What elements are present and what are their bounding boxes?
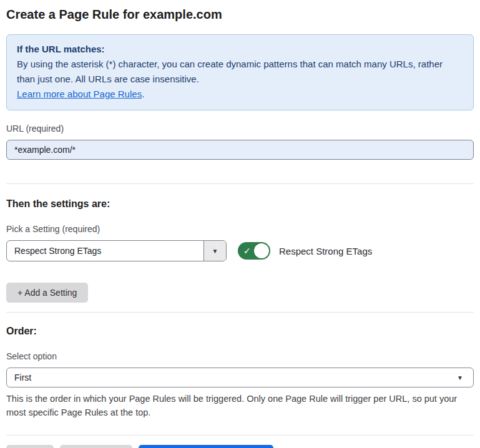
save-and-deploy-button[interactable]: Save and Deploy Page Rule [139, 445, 273, 448]
pick-setting-label: Pick a Setting (required) [6, 223, 474, 235]
chevron-down-icon: ▼ [212, 248, 218, 255]
url-match-info-box: If the URL matches: By using the asteris… [6, 34, 474, 110]
footer-divider [6, 435, 474, 436]
info-box-body: By using the asterisk (*) character, you… [17, 57, 463, 87]
order-help-text: This is the order in which your Page Rul… [6, 392, 474, 419]
order-select-label: Select option [6, 350, 474, 363]
check-icon: ✓ [243, 246, 251, 255]
setting-dropdown-value: Respect Strong ETags [7, 241, 203, 261]
page-title: Create a Page Rule for example.com [6, 6, 474, 23]
section-divider [6, 312, 474, 313]
toggle-knob [254, 243, 269, 258]
link-suffix: . [142, 89, 144, 99]
setting-toggle-group: ✓ Respect Strong ETags [238, 242, 372, 260]
setting-row: Respect Strong ETags ▼ ✓ Respect Strong … [6, 240, 474, 261]
info-box-link-line: Learn more about Page Rules. [17, 87, 463, 102]
cancel-button[interactable]: Cancel [6, 445, 54, 448]
url-field-label: URL (required) [6, 122, 474, 135]
info-box-heading: If the URL matches: [17, 42, 463, 57]
setting-dropdown[interactable]: Respect Strong ETags ▼ [6, 240, 227, 261]
footer-actions: Cancel Save as Draft Save and Deploy Pag… [6, 445, 474, 448]
respect-strong-etags-toggle[interactable]: ✓ [238, 242, 270, 260]
toggle-label: Respect Strong ETags [279, 246, 372, 256]
setting-dropdown-arrow-button[interactable]: ▼ [203, 241, 226, 261]
add-setting-button[interactable]: + Add a Setting [6, 283, 88, 303]
url-input[interactable] [6, 140, 474, 160]
order-select[interactable]: First ▼ [6, 368, 474, 387]
order-select-value: First [14, 373, 457, 382]
section-divider [6, 183, 474, 184]
chevron-down-icon: ▼ [457, 374, 463, 381]
order-section-heading: Order: [6, 324, 474, 338]
settings-section-heading: Then the settings are: [6, 197, 474, 211]
learn-more-link[interactable]: Learn more about Page Rules [17, 89, 142, 99]
create-page-rule-form: Create a Page Rule for example.com If th… [0, 6, 480, 448]
save-as-draft-button[interactable]: Save as Draft [60, 445, 133, 448]
